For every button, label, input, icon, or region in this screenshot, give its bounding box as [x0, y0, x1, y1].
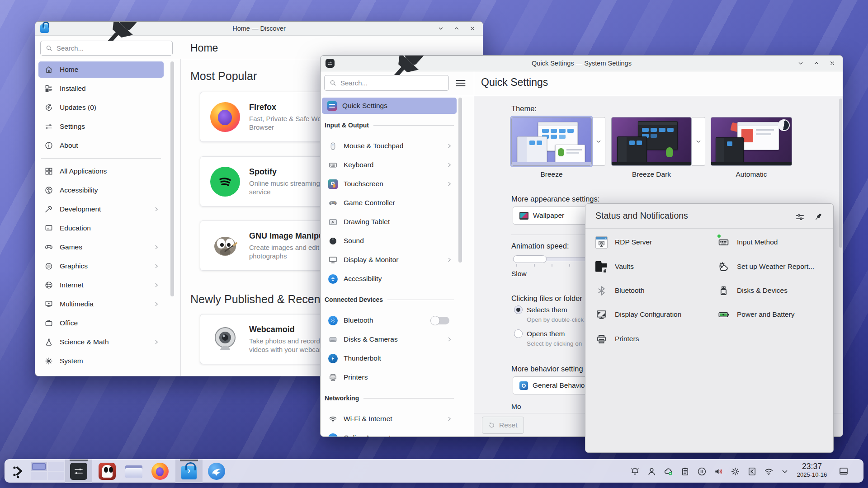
chevron-right-icon	[446, 161, 453, 169]
sidebar-scrollbar[interactable]	[458, 98, 462, 263]
task-ghostwriter[interactable]	[94, 460, 121, 483]
theme-card-breeze-dark[interactable]	[611, 117, 705, 166]
sidebar-item-mouse-touchpad[interactable]: Mouse & Touchpad	[322, 136, 457, 155]
show-desktop-button[interactable]	[838, 466, 849, 477]
digital-clock[interactable]: 23:37 2025-10-16	[790, 462, 834, 478]
popup-item-input-method[interactable]: Input Method	[717, 230, 778, 254]
discover-search[interactable]	[40, 41, 173, 56]
sidebar-item-quick-settings[interactable]: Quick Settings	[322, 98, 457, 114]
sidebar-item-internet[interactable]: Internet	[38, 276, 164, 295]
sidebar-item-installed[interactable]: Installed	[38, 79, 164, 98]
popup-item-disks-devices[interactable]: Disks & Devices	[717, 278, 788, 303]
sidebar-item-online-accounts[interactable]: Online Accounts	[322, 428, 457, 437]
popup-item-weather[interactable]: Set up Weather Report...	[717, 254, 814, 279]
close-icon[interactable]	[469, 25, 476, 32]
sidebar-scrollbar[interactable]	[170, 61, 174, 296]
popup-item-display-configuration[interactable]: Display Configuration	[595, 302, 681, 327]
radio-opens-them[interactable]	[514, 329, 523, 338]
sidebar-item-touchscreen[interactable]: Touchscreen	[322, 174, 457, 193]
task-discover[interactable]	[175, 460, 203, 483]
maximize-icon[interactable]	[813, 60, 820, 67]
sidebar-item-keyboard[interactable]: Keyboard	[322, 155, 457, 174]
bluetooth-toggle[interactable]	[431, 317, 449, 324]
pager-desktop-1[interactable]	[31, 462, 47, 471]
sidebar-item-updates[interactable]: Updates (0)	[38, 98, 164, 117]
task-firefox[interactable]	[146, 460, 174, 483]
minimize-icon[interactable]	[437, 25, 444, 32]
expand-tray-chevron-icon[interactable]	[780, 466, 789, 477]
sidebar-item-sound[interactable]: Sound	[322, 231, 457, 250]
media-pause-icon[interactable]	[697, 466, 707, 477]
task-falkon[interactable]	[203, 460, 230, 483]
app-launcher-icon[interactable]	[11, 464, 27, 479]
cloud-sync-icon[interactable]	[663, 466, 674, 477]
popup-item-bluetooth[interactable]: Bluetooth	[595, 278, 645, 303]
chevron-right-icon	[446, 180, 453, 188]
sidebar-item-multimedia[interactable]: Multimedia	[38, 295, 164, 314]
sidebar-item-education[interactable]: Education	[38, 219, 164, 238]
hamburger-menu-icon[interactable]	[454, 77, 467, 89]
search-input[interactable]	[340, 79, 444, 87]
minimize-icon[interactable]	[797, 60, 804, 67]
sidebar-item-disks-cameras[interactable]: Disks & Cameras	[322, 330, 457, 349]
content-scrollbar[interactable]	[839, 99, 842, 248]
sidebar-item-home[interactable]: Home	[38, 61, 164, 78]
wifi-icon[interactable]	[764, 466, 774, 477]
volume-icon[interactable]	[713, 466, 724, 477]
search-input[interactable]	[57, 44, 168, 52]
sidebar-item-graphics[interactable]: Graphics	[38, 257, 164, 276]
sidebar-item-printers[interactable]: Printers	[322, 368, 457, 387]
active-green-dot	[717, 235, 721, 238]
sidebar-item-office[interactable]: Office	[38, 314, 164, 333]
system-settings-icon	[70, 463, 87, 480]
sidebar-item-bluetooth[interactable]: Bluetooth	[322, 311, 457, 330]
radio-selects-them[interactable]	[514, 305, 523, 314]
radio-selects-sub: Open by double-click	[527, 316, 584, 323]
sidebar-item-display-monitor[interactable]: Display & Monitor	[322, 250, 457, 269]
task-system-settings[interactable]	[65, 460, 92, 483]
theme-card-automatic[interactable]	[711, 117, 792, 166]
slider-handle[interactable]	[513, 255, 547, 263]
sidebar-item-settings[interactable]: Settings	[38, 117, 164, 136]
user-switcher-icon[interactable]	[646, 466, 657, 477]
discover-titlebar[interactable]: Home — Discover	[35, 22, 483, 36]
pager-desktop-2[interactable]	[48, 462, 64, 471]
sidebar-section-connected-devices: Connected Devices	[322, 288, 457, 311]
popup-item-power-battery[interactable]: Power and Battery	[717, 302, 795, 327]
sidebar-item-accessibility[interactable]: Accessibility	[322, 269, 457, 288]
sidebar-item-drawing-tablet[interactable]: Drawing Tablet	[322, 212, 457, 231]
sidebar-item-accessibility[interactable]: Accessibility	[38, 181, 164, 200]
brightness-icon[interactable]	[730, 466, 741, 477]
firefox-icon	[210, 102, 240, 132]
settings-titlebar[interactable]: Quick Settings — System Settings	[321, 56, 843, 71]
sidebar-item-all-applications[interactable]: All Applications	[38, 162, 164, 181]
sidebar-item-science-math[interactable]: Science & Math	[38, 333, 164, 352]
pager-desktop-4[interactable]	[48, 472, 64, 480]
sidebar-item-system[interactable]: System	[38, 352, 164, 371]
pin-icon[interactable]	[813, 212, 823, 222]
clipboard-icon[interactable]	[680, 466, 690, 477]
popup-item-printers[interactable]: Printers	[595, 327, 639, 351]
configure-filter-icon[interactable]	[795, 212, 805, 222]
sidebar-item-about[interactable]: About	[38, 136, 164, 155]
notifications-bell-icon[interactable]	[630, 466, 640, 477]
sidebar-item-wifi-internet[interactable]: Wi-Fi & Internet	[322, 409, 457, 428]
virtual-desktop-pager[interactable]	[31, 462, 64, 480]
breeze-dark-dropdown-button[interactable]	[692, 117, 705, 166]
maximize-icon[interactable]	[453, 25, 460, 32]
close-icon[interactable]	[829, 60, 836, 67]
sidebar-item-thunderbolt[interactable]: Thunderbolt	[322, 349, 457, 368]
theme-card-breeze[interactable]	[511, 117, 605, 166]
task-dolphin[interactable]	[120, 460, 147, 483]
keyboard-indicator-k-icon[interactable]	[747, 466, 757, 477]
sidebar-item-development[interactable]: Development	[38, 200, 164, 219]
popup-item-rdp-server[interactable]: RDP Server	[595, 230, 652, 254]
pager-desktop-3[interactable]	[31, 472, 47, 480]
sidebar-item-game-controller[interactable]: Game Controller	[322, 193, 457, 212]
breeze-dropdown-button[interactable]	[592, 117, 605, 166]
settings-search[interactable]	[324, 75, 449, 91]
popup-item-vaults[interactable]: Vaults	[595, 254, 634, 279]
reset-button[interactable]: Reset	[482, 417, 524, 434]
sidebar-item-games[interactable]: Games	[38, 238, 164, 257]
chevron-right-icon	[153, 282, 160, 289]
